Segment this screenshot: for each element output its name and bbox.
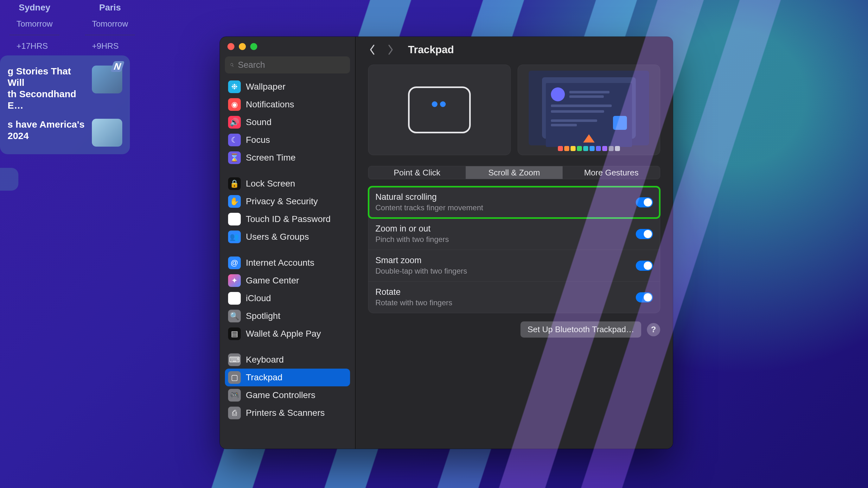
sidebar-item-game-controllers[interactable]: 🎮Game Controllers bbox=[225, 386, 350, 404]
tab-point-click[interactable]: Point & Click bbox=[368, 166, 466, 179]
news-widget[interactable]: N g Stories That Will th Secondhand E… s… bbox=[0, 56, 130, 154]
sidebar-item-touch-id-password[interactable]: ◉Touch ID & Password bbox=[225, 210, 350, 228]
touch-id-password-icon: ◉ bbox=[228, 213, 241, 225]
sidebar-item-sound[interactable]: 🔊Sound bbox=[225, 113, 350, 131]
back-button[interactable] bbox=[365, 42, 379, 57]
sidebar-item-label: Wallpaper bbox=[246, 82, 285, 92]
close-window-button[interactable] bbox=[227, 43, 235, 50]
trackpad-tab-segment: Point & ClickScroll & ZoomMore Gestures bbox=[368, 166, 660, 179]
sidebar-item-internet-accounts[interactable]: @Internet Accounts bbox=[225, 254, 350, 272]
option-row-zoom-in-or-out: Zoom in or outPinch with two fingers bbox=[368, 218, 660, 250]
sidebar-item-privacy-security[interactable]: ✋Privacy & Security bbox=[225, 193, 350, 210]
sidebar-item-label: Trackpad bbox=[246, 372, 283, 383]
sidebar-item-label: Printers & Scanners bbox=[246, 408, 325, 418]
sidebar-item-label: Privacy & Security bbox=[246, 196, 318, 206]
sidebar-item-focus[interactable]: ☾Focus bbox=[225, 131, 350, 149]
wallpaper-icon: ❉ bbox=[228, 80, 241, 93]
world-clock-col: Sydney Tomorrow +17HRS bbox=[9, 2, 60, 57]
sidebar-item-users-groups[interactable]: 👥Users & Groups bbox=[225, 228, 350, 246]
trackpad-demo-screen bbox=[518, 65, 660, 155]
wallet-apple-pay-icon: ▤ bbox=[228, 327, 241, 340]
world-clock-city: Sydney bbox=[9, 2, 60, 13]
sidebar-list[interactable]: ❉Wallpaper◉Notifications🔊Sound☾Focus⌛Scr… bbox=[220, 78, 355, 449]
sidebar-item-label: Internet Accounts bbox=[246, 258, 314, 268]
option-subtitle: Pinch with two fingers bbox=[375, 235, 449, 244]
news-thumbnail bbox=[92, 119, 122, 147]
search-input[interactable] bbox=[238, 60, 345, 70]
system-settings-window: ❉Wallpaper◉Notifications🔊Sound☾Focus⌛Scr… bbox=[220, 37, 673, 449]
tab-scroll-zoom[interactable]: Scroll & Zoom bbox=[466, 166, 563, 179]
sidebar-item-label: Game Center bbox=[246, 275, 299, 286]
demo-window bbox=[542, 77, 636, 139]
news-headline: s have America's 2024 bbox=[8, 119, 86, 141]
toggle-zoom-in-or-out[interactable] bbox=[636, 229, 653, 239]
internet-accounts-icon: @ bbox=[228, 257, 241, 269]
world-clock-offset: +9HRS bbox=[85, 35, 135, 57]
notifications-icon: ◉ bbox=[228, 98, 241, 111]
world-clock-offset: +17HRS bbox=[9, 35, 60, 57]
world-clock-col: Paris Tomorrow +9HRS bbox=[85, 2, 135, 57]
sidebar-item-wallet-apple-pay[interactable]: ▤Wallet & Apple Pay bbox=[225, 325, 350, 343]
toggle-rotate[interactable] bbox=[636, 292, 653, 302]
sidebar-item-label: Focus bbox=[246, 135, 270, 145]
world-clock-sub: Tomorrow bbox=[85, 13, 135, 35]
trackpad-gesture-preview bbox=[368, 65, 511, 155]
widget-edge bbox=[0, 168, 19, 191]
toggle-smart-zoom[interactable] bbox=[636, 261, 653, 271]
sidebar-item-lock-screen[interactable]: 🔒Lock Screen bbox=[225, 175, 350, 193]
printers-scanners-icon: ⎙ bbox=[228, 406, 241, 419]
keyboard-icon: ⌨ bbox=[228, 353, 241, 366]
page-title: Trackpad bbox=[408, 44, 454, 56]
sidebar-item-wallpaper[interactable]: ❉Wallpaper bbox=[225, 78, 350, 96]
news-item[interactable]: s have America's 2024 bbox=[8, 119, 122, 147]
demo-desktop bbox=[529, 71, 649, 145]
option-title: Zoom in or out bbox=[375, 224, 449, 234]
setup-bluetooth-trackpad-button[interactable]: Set Up Bluetooth Trackpad… bbox=[521, 321, 641, 337]
option-subtitle: Double-tap with two fingers bbox=[375, 267, 467, 275]
chevron-right-icon bbox=[387, 44, 394, 56]
minimize-window-button[interactable] bbox=[239, 43, 246, 50]
zoom-window-button[interactable] bbox=[250, 43, 257, 50]
option-subtitle: Rotate with two fingers bbox=[375, 298, 453, 307]
content-footer: Set Up Bluetooth Trackpad… ? bbox=[368, 321, 660, 337]
sidebar-item-label: Lock Screen bbox=[246, 178, 295, 189]
settings-sidebar: ❉Wallpaper◉Notifications🔊Sound☾Focus⌛Scr… bbox=[220, 37, 355, 449]
option-row-smart-zoom: Smart zoomDouble-tap with two fingers bbox=[368, 250, 660, 282]
demo-dock bbox=[558, 146, 620, 151]
sidebar-item-notifications[interactable]: ◉Notifications bbox=[225, 96, 350, 113]
news-item[interactable]: g Stories That Will th Secondhand E… bbox=[8, 66, 122, 111]
sidebar-item-keyboard[interactable]: ⌨Keyboard bbox=[225, 351, 350, 369]
content-body: Point & ClickScroll & ZoomMore Gestures … bbox=[355, 63, 673, 449]
option-title: Natural scrolling bbox=[375, 192, 483, 202]
sidebar-item-game-center[interactable]: ✦Game Center bbox=[225, 272, 350, 289]
spotlight-icon: 🔍 bbox=[228, 310, 241, 322]
screen-time-icon: ⌛ bbox=[228, 151, 241, 164]
sidebar-item-label: iCloud bbox=[246, 293, 271, 303]
sidebar-item-label: Keyboard bbox=[246, 355, 284, 365]
privacy-security-icon: ✋ bbox=[228, 195, 241, 208]
help-button[interactable]: ? bbox=[647, 323, 660, 336]
sidebar-item-label: Screen Time bbox=[246, 153, 296, 163]
world-clock-sub: Tomorrow bbox=[9, 13, 60, 35]
sidebar-item-label: Touch ID & Password bbox=[246, 214, 331, 224]
search-icon bbox=[230, 61, 234, 69]
trackpad-icon: ▢ bbox=[228, 371, 241, 384]
icloud-icon: ☁ bbox=[228, 292, 241, 305]
sidebar-item-icloud[interactable]: ☁iCloud bbox=[225, 289, 350, 307]
focus-icon: ☾ bbox=[228, 134, 241, 146]
sidebar-item-spotlight[interactable]: 🔍Spotlight bbox=[225, 307, 350, 325]
sidebar-item-label: Spotlight bbox=[246, 311, 280, 321]
sidebar-search[interactable] bbox=[225, 56, 350, 73]
option-title: Smart zoom bbox=[375, 256, 467, 265]
toggle-natural-scrolling[interactable] bbox=[636, 197, 653, 207]
tab-more-gestures[interactable]: More Gestures bbox=[563, 166, 660, 179]
forward-button bbox=[383, 42, 398, 57]
sidebar-item-label: Notifications bbox=[246, 99, 294, 109]
scroll-zoom-options: Natural scrollingContent tracks finger m… bbox=[368, 186, 660, 313]
sidebar-item-trackpad[interactable]: ▢Trackpad bbox=[225, 369, 350, 386]
sound-icon: 🔊 bbox=[228, 116, 241, 129]
option-row-natural-scrolling: Natural scrollingContent tracks finger m… bbox=[368, 187, 660, 218]
sidebar-item-screen-time[interactable]: ⌛Screen Time bbox=[225, 149, 350, 167]
sidebar-item-printers-scanners[interactable]: ⎙Printers & Scanners bbox=[225, 404, 350, 422]
settings-content: Trackpad bbox=[355, 37, 673, 449]
